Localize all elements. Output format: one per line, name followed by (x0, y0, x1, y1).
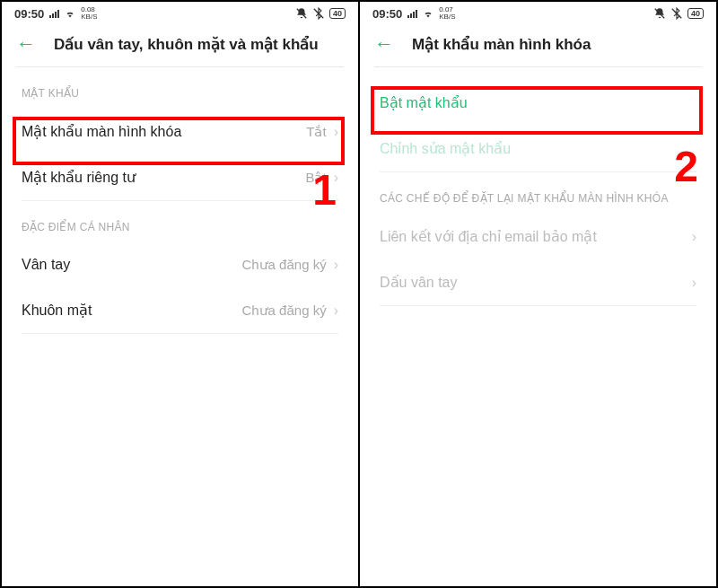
bluetooth-off-icon (670, 7, 683, 20)
item-label: Liên kết với địa chỉ email bảo mật (380, 228, 692, 245)
mute-icon (295, 7, 308, 20)
chevron-right-icon: › (692, 275, 696, 291)
item-fingerprint[interactable]: Dấu vân tay › (360, 259, 716, 305)
section-header-password: MẬT KHẨU (2, 67, 358, 109)
item-link-email[interactable]: Liên kết với địa chỉ email bảo mật › (360, 214, 716, 259)
status-bar: 09:50 0.08 KB/S 40 (2, 2, 358, 25)
signal-icon (407, 10, 417, 18)
item-enable-password[interactable]: Bật mật khẩu (360, 80, 716, 126)
item-edit-password: Chỉnh sửa mật khẩu (360, 126, 716, 171)
chevron-right-icon: › (692, 229, 696, 245)
status-time: 09:50 (14, 7, 44, 21)
data-speed: 0.08 KB/S (81, 6, 97, 21)
item-value: Chưa đăng ký (241, 257, 326, 273)
item-value: Bật (305, 170, 326, 186)
chevron-right-icon: › (334, 124, 338, 140)
item-label: Khuôn mặt (22, 302, 241, 319)
item-label: Dấu vân tay (380, 274, 692, 291)
back-button[interactable]: ← (374, 34, 394, 54)
header: ← Dấu vân tay, khuôn mặt và mật khẩu (2, 25, 358, 66)
mute-icon (653, 7, 666, 20)
header: ← Mật khẩu màn hình khóa (360, 25, 716, 66)
signal-icon (49, 10, 59, 18)
divider (22, 333, 338, 334)
status-time: 09:50 (372, 7, 402, 21)
item-value: Chưa đăng ký (241, 303, 326, 319)
wifi-icon (65, 8, 75, 19)
page-title: Mật khẩu màn hình khóa (412, 35, 591, 54)
chevron-right-icon: › (334, 303, 338, 319)
battery-level: 40 (329, 8, 346, 19)
item-value: Tắt (306, 124, 326, 140)
item-label: Mật khẩu màn hình khóa (22, 123, 306, 140)
item-private-password[interactable]: Mật khẩu riêng tư Bật › (2, 154, 358, 200)
back-button[interactable]: ← (16, 34, 36, 54)
item-label: Chỉnh sửa mật khẩu (380, 140, 696, 157)
wifi-icon (423, 8, 433, 19)
divider (380, 305, 696, 306)
battery-level: 40 (687, 8, 704, 19)
data-speed: 0.07 KB/S (439, 6, 455, 21)
phone-screen-2: 09:50 0.07 KB/S 40 ← Mật khẩu màn hình k… (358, 2, 716, 586)
item-label: Mật khẩu riêng tư (22, 169, 305, 186)
section-header-reset: CÁC CHẾ ĐỘ ĐỂ ĐẶT LẠI MẬT KHẨU MÀN HÌNH … (360, 172, 716, 214)
status-bar: 09:50 0.07 KB/S 40 (360, 2, 716, 25)
item-lockscreen-password[interactable]: Mật khẩu màn hình khóa Tắt › (2, 109, 358, 154)
item-face[interactable]: Khuôn mặt Chưa đăng ký › (2, 287, 358, 333)
item-label: Bật mật khẩu (380, 94, 696, 111)
item-fingerprint[interactable]: Vân tay Chưa đăng ký › (2, 242, 358, 287)
chevron-right-icon: › (334, 257, 338, 273)
page-title: Dấu vân tay, khuôn mặt và mật khẩu (54, 35, 319, 54)
section-header-personal: ĐẶC ĐIỂM CÁ NHÂN (2, 201, 358, 242)
chevron-right-icon: › (334, 170, 338, 186)
phone-screen-1: 09:50 0.08 KB/S 40 ← Dấu vân tay, khuôn … (2, 2, 358, 586)
item-label: Vân tay (22, 257, 241, 273)
bluetooth-off-icon (312, 7, 325, 20)
